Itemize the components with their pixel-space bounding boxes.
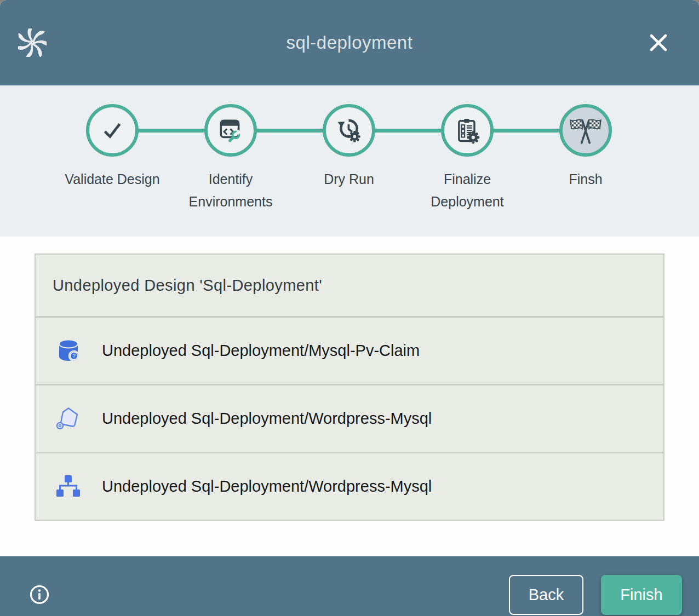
back-button[interactable]: Back — [509, 575, 583, 615]
step-circle — [441, 104, 494, 157]
checkered-flags-icon — [570, 114, 601, 146]
clipboard-gear-icon — [453, 116, 482, 145]
deployment-results-panel: Undeployed Design 'Sql-Deployment' ? Und… — [35, 254, 664, 521]
pentagon-badge-icon — [55, 406, 82, 432]
close-button[interactable] — [644, 28, 673, 57]
step-validate-design: Validate Design — [53, 85, 171, 212]
step-label: Finsh — [569, 168, 602, 191]
step-finalize-deployment: Finalize Deployment — [408, 85, 526, 212]
step-circle — [323, 104, 375, 157]
close-icon — [646, 31, 671, 55]
result-text: Undeployed Sql-Deployment/Wordpress-Mysq… — [102, 477, 432, 496]
result-text: Undeployed Sql-Deployment/Wordpress-Mysq… — [102, 410, 432, 428]
info-button[interactable] — [28, 583, 51, 606]
step-dry-run: Dry Run — [290, 85, 408, 212]
code-window-wrench-icon — [217, 117, 244, 144]
result-text: Undeployed Design 'Sql-Deployment' — [53, 277, 322, 295]
database-question-icon: ? — [55, 338, 82, 364]
result-text: Undeployed Sql-Deployment/Mysql-Pv-Claim — [102, 342, 420, 360]
step-circle — [86, 104, 139, 157]
result-row-mysql-pv-claim: ? Undeployed Sql-Deployment/Mysql-Pv-Cla… — [36, 318, 663, 384]
checkmark-icon — [99, 117, 126, 144]
dialog-footer: Back Finish — [0, 556, 699, 616]
step-circle — [559, 104, 612, 157]
results-area: Undeployed Design 'Sql-Deployment' ? Und… — [0, 254, 699, 556]
step-label: Identify Environments — [181, 168, 280, 212]
step-finish: Finsh — [526, 85, 645, 212]
finish-button[interactable]: Finish — [601, 575, 682, 615]
svg-text:?: ? — [72, 353, 76, 359]
hierarchy-icon — [55, 474, 82, 500]
deployment-wizard-dialog: sql-deployment Validate Design — [0, 0, 699, 616]
step-identify-environments: Identify Environments — [171, 85, 290, 212]
step-circle — [204, 104, 257, 157]
result-row-wordpress-mysql-service: Undeployed Sql-Deployment/Wordpress-Mysq… — [36, 385, 663, 452]
dialog-header: sql-deployment — [0, 0, 699, 85]
result-row-wordpress-mysql-tree: Undeployed Sql-Deployment/Wordpress-Mysq… — [36, 453, 663, 520]
step-label: Validate Design — [65, 168, 159, 191]
step-label: Dry Run — [324, 168, 374, 191]
step-label: Finalize Deployment — [417, 168, 517, 212]
history-gear-icon — [335, 116, 363, 145]
info-icon — [28, 584, 50, 606]
wizard-stepper: Validate Design Identify En — [0, 85, 699, 237]
dialog-title: sql-deployment — [287, 32, 413, 53]
meshery-swirl-logo-icon — [18, 28, 47, 57]
result-row-design: Undeployed Design 'Sql-Deployment' — [36, 255, 663, 316]
